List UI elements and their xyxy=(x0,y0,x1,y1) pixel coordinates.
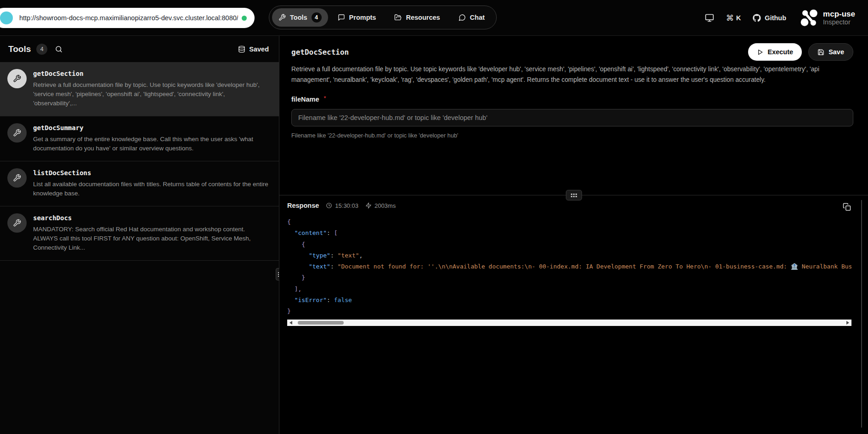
sidebar-title: Tools xyxy=(8,44,31,54)
command-palette-shortcut[interactable]: ⌘ K xyxy=(726,13,741,23)
json-line: "type": "text", xyxy=(287,250,851,261)
play-icon xyxy=(757,49,764,56)
tab-prompts[interactable]: Prompts xyxy=(329,8,385,27)
tool-form-section: getDocSection Execute Save Retrieve a fu… xyxy=(279,36,868,195)
tool-name: getDocSection xyxy=(33,70,270,77)
tab-resources-label: Resources xyxy=(406,14,440,21)
scroll-right-arrow-icon[interactable] xyxy=(846,321,849,325)
json-line: "content": [ xyxy=(287,228,851,239)
brand-subtitle: Inspector xyxy=(823,18,855,26)
response-duration: 2003ms xyxy=(374,202,396,209)
tool-title: getDocSection xyxy=(291,48,349,57)
tool-description: Get a summary of the entire knowledge ba… xyxy=(33,135,270,153)
filename-field-label: fileName xyxy=(291,96,319,103)
tool-item-getDocSection[interactable]: getDocSection Retrieve a full documentat… xyxy=(0,62,279,116)
json-line: "isError": false xyxy=(287,295,851,306)
top-bar: http://showroom-docs-mcp.maximilianopiza… xyxy=(0,0,868,36)
tool-item-listDocSections[interactable]: listDocSections List all available docum… xyxy=(0,161,279,206)
tab-resources[interactable]: Resources xyxy=(386,8,448,27)
tool-description: List all available documentation files w… xyxy=(33,180,270,198)
json-line: { xyxy=(287,217,851,228)
github-label: Github xyxy=(765,14,786,22)
saved-button[interactable]: Saved xyxy=(238,46,269,53)
message-circle-icon xyxy=(459,14,466,21)
filename-helper-text: Filename like '22-developer-hub.md' or t… xyxy=(291,132,853,139)
copy-response-button[interactable] xyxy=(843,203,851,211)
message-square-icon xyxy=(338,14,345,21)
folder-open-icon xyxy=(394,14,402,21)
tool-name: listDocSections xyxy=(33,169,270,177)
tool-wrench-icon xyxy=(7,123,27,143)
save-button[interactable]: Save xyxy=(808,43,853,61)
tool-description: MANDATORY: Search official Red Hat docum… xyxy=(33,225,270,252)
tab-tools-count-badge: 4 xyxy=(312,12,322,23)
tool-name: searchDocs xyxy=(33,214,270,222)
display-theme-icon[interactable] xyxy=(705,13,714,23)
response-json: { "content": [ { "type": "text", "text":… xyxy=(287,217,851,317)
execute-button[interactable]: Execute xyxy=(748,43,802,61)
server-url-bar[interactable]: http://showroom-docs-mcp.maximilianopiza… xyxy=(0,8,255,28)
saved-label: Saved xyxy=(249,46,269,53)
connected-status-dot xyxy=(242,16,247,21)
json-line: ], xyxy=(287,284,851,295)
tab-tools-label: Tools xyxy=(290,14,307,21)
command-key-letter: K xyxy=(736,14,741,22)
scrollbar-thumb[interactable] xyxy=(298,321,344,325)
tab-tools[interactable]: Tools 4 xyxy=(272,8,328,27)
tool-item-searchDocs[interactable]: searchDocs MANDATORY: Search official Re… xyxy=(0,206,279,261)
json-line: } xyxy=(287,306,851,317)
top-right-actions: ⌘ K Github mcp-use Inspector xyxy=(705,0,855,36)
tab-chat[interactable]: Chat xyxy=(450,8,494,27)
tools-count-badge: 4 xyxy=(36,44,47,55)
tab-prompts-label: Prompts xyxy=(349,14,376,21)
response-vertical-scrollbar[interactable] xyxy=(861,200,862,428)
tool-wrench-icon xyxy=(7,213,27,233)
scroll-left-arrow-icon[interactable] xyxy=(289,321,292,325)
filename-input[interactable] xyxy=(291,109,853,126)
tool-detail-panel: getDocSection Execute Save Retrieve a fu… xyxy=(279,36,868,434)
response-horizontal-scrollbar[interactable] xyxy=(287,320,851,326)
tools-sidebar: Tools 4 Saved getDocSection Retrieve a f… xyxy=(0,36,279,434)
response-section: Response 15:30:03 2003ms { "content": [ … xyxy=(279,195,868,434)
json-line: } xyxy=(287,272,851,283)
connection-indicator-icon xyxy=(0,11,13,24)
json-line: "text": "Document not found for: ''.\n\n… xyxy=(287,261,851,272)
execute-label: Execute xyxy=(768,48,794,56)
json-line: { xyxy=(287,239,851,250)
database-icon xyxy=(238,46,245,53)
tool-name: getDocSummary xyxy=(33,124,270,131)
mcp-use-logo-icon xyxy=(800,9,818,27)
sidebar-header: Tools 4 Saved xyxy=(0,36,279,62)
tab-chat-label: Chat xyxy=(470,14,485,21)
tool-wrench-icon xyxy=(7,168,27,188)
brand-name: mcp-use xyxy=(823,10,855,19)
copy-icon xyxy=(843,203,851,211)
tool-description-full: Retrieve a full documentation file by to… xyxy=(291,64,853,85)
tool-description: Retrieve a full documentation file by to… xyxy=(33,80,270,108)
github-icon xyxy=(753,14,761,22)
tool-item-getDocSummary[interactable]: getDocSummary Get a summary of the entir… xyxy=(0,116,279,161)
save-icon xyxy=(817,49,824,56)
search-icon[interactable] xyxy=(55,45,63,53)
tool-wrench-icon xyxy=(7,69,27,88)
clock-icon xyxy=(326,202,332,209)
zap-icon xyxy=(365,202,372,209)
main-tab-group: Tools 4 Prompts Resources Chat xyxy=(269,6,497,29)
response-title: Response xyxy=(287,202,319,209)
tool-list: getDocSection Retrieve a full documentat… xyxy=(0,62,279,261)
save-label: Save xyxy=(828,48,844,56)
brand[interactable]: mcp-use Inspector xyxy=(800,9,855,27)
response-time: 15:30:03 xyxy=(335,202,358,209)
wrench-icon xyxy=(278,14,286,21)
command-key-icon: ⌘ xyxy=(726,13,734,23)
github-link[interactable]: Github xyxy=(753,14,786,22)
server-url-text: http://showroom-docs-mcp.maximilianopiza… xyxy=(19,14,238,22)
required-asterisk: * xyxy=(323,95,326,102)
